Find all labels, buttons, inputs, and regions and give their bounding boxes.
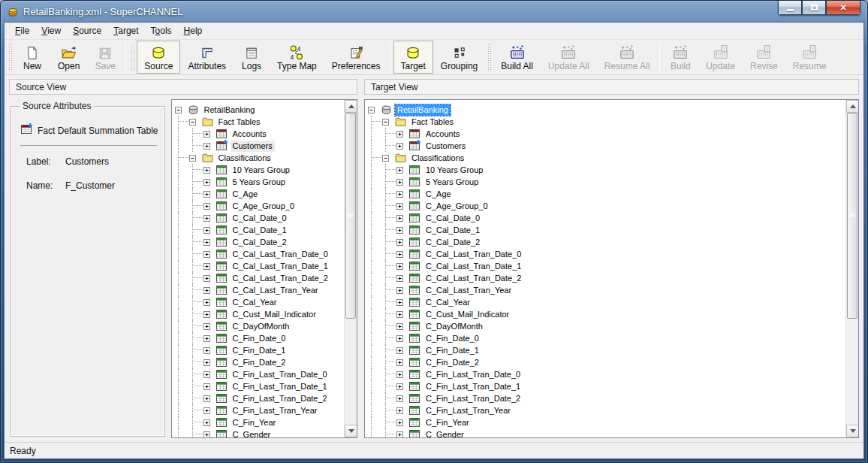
tree-item-label[interactable]: C_Cal_Year — [423, 297, 472, 308]
tree-item-label[interactable]: C_Cal_Last_Tran_Date_2 — [231, 273, 330, 284]
menu-item-help[interactable]: Help — [178, 23, 209, 38]
expander-plus-icon[interactable] — [203, 395, 215, 402]
tree-item-label[interactable]: C_Fin_Date_2 — [231, 357, 288, 368]
tree-item-c-cal-date-0[interactable]: C_Cal_Date_0 — [175, 212, 344, 224]
expander-plus-icon[interactable] — [203, 131, 215, 138]
close-button[interactable]: ✕ — [826, 1, 860, 15]
tree-item-c-cal-last-tran-year[interactable]: C_Cal_Last_Tran_Year — [175, 284, 344, 296]
tree-item-c-gender[interactable]: C_Gender — [368, 428, 845, 437]
tree-item-c-fin-year[interactable]: C_Fin_Year — [368, 416, 845, 428]
menu-item-file[interactable]: File — [9, 23, 35, 38]
tree-item-c-fin-date-2[interactable]: C_Fin_Date_2 — [368, 356, 845, 368]
expander-plus-icon[interactable] — [396, 263, 408, 270]
toolbar-button-build-all[interactable]: Build All — [493, 41, 541, 74]
tree-item-c-fin-date-0[interactable]: C_Fin_Date_0 — [175, 332, 344, 344]
tree-item-label[interactable]: C_Cust_Mail_Indicator — [423, 309, 511, 320]
tree-item-c-fin-last-tran-date-0[interactable]: C_Fin_Last_Tran_Date_0 — [368, 368, 845, 380]
expander-plus-icon[interactable] — [203, 407, 215, 414]
expander-plus-icon[interactable] — [203, 335, 215, 342]
expander-plus-icon[interactable] — [203, 323, 215, 330]
tree-item-label[interactable]: Fact Tables — [409, 117, 456, 128]
tree-item-c-fin-date-2[interactable]: C_Fin_Date_2 — [175, 356, 344, 368]
expander-plus-icon[interactable] — [396, 311, 408, 318]
menu-item-tools[interactable]: Tools — [145, 23, 178, 38]
tree-item-label[interactable]: C_Cal_Last_Tran_Date_2 — [423, 273, 523, 284]
expander-plus-icon[interactable] — [203, 383, 215, 390]
toolbar-button-save[interactable]: Save — [87, 41, 123, 74]
tree-item-label[interactable]: C_Cal_Date_0 — [423, 213, 482, 224]
tree-item-c-fin-last-tran-date-2[interactable]: C_Fin_Last_Tran_Date_2 — [368, 392, 845, 404]
expander-plus-icon[interactable] — [396, 287, 408, 294]
menu-item-view[interactable]: View — [35, 23, 67, 38]
toolbar-button-type-map[interactable]: 44Type Map — [270, 41, 324, 74]
toolbar-button-resume-all[interactable]: Resume All — [597, 41, 658, 74]
expander-minus-icon[interactable] — [368, 107, 380, 113]
target-tree-scrollbar[interactable] — [845, 100, 858, 437]
expander-plus-icon[interactable] — [396, 395, 408, 402]
tree-item-c-cal-last-tran-date-2[interactable]: C_Cal_Last_Tran_Date_2 — [175, 272, 344, 284]
tree-item-label[interactable]: C_Fin_Year — [423, 417, 472, 428]
tree-item-c-fin-last-tran-year[interactable]: C_Fin_Last_Tran_Year — [175, 404, 344, 416]
toolbar-button-source[interactable]: Source — [137, 41, 180, 74]
toolbar-button-logs[interactable]: Logs — [234, 41, 270, 74]
tree-item-c-fin-date-1[interactable]: C_Fin_Date_1 — [175, 344, 344, 356]
tree-item-c-cal-date-0[interactable]: C_Cal_Date_0 — [368, 212, 845, 224]
tree-item-c-cal-year[interactable]: C_Cal_Year — [368, 296, 845, 308]
expander-minus-icon[interactable] — [189, 119, 201, 126]
expander-plus-icon[interactable] — [396, 419, 408, 426]
scrollbar-thumb[interactable] — [345, 113, 356, 319]
toolbar-button-target[interactable]: Target — [393, 41, 433, 74]
tree-item-label[interactable]: C_Cal_Date_1 — [231, 225, 289, 236]
tree-item-label[interactable]: C_Age — [231, 189, 261, 200]
tree-item-label[interactable]: 5 Years Group — [231, 177, 288, 188]
expander-plus-icon[interactable] — [203, 263, 215, 270]
tree-item-c-cal-date-2[interactable]: C_Cal_Date_2 — [368, 236, 845, 248]
tree-item-label[interactable]: C_Gender — [423, 429, 466, 438]
tree-item-c-fin-last-tran-date-0[interactable]: C_Fin_Last_Tran_Date_0 — [175, 368, 344, 380]
tree-item-label[interactable]: C_Fin_Date_1 — [423, 345, 481, 356]
toolbar-button-preferences[interactable]: Preferences — [324, 41, 388, 74]
tree-item-label[interactable]: C_Fin_Last_Tran_Date_1 — [231, 381, 330, 392]
tree-item-5-years-group[interactable]: 5 Years Group — [368, 176, 845, 188]
tree-item-label[interactable]: Accounts — [231, 129, 269, 140]
tree-item-fact-tables[interactable]: Fact Tables — [175, 116, 344, 128]
tree-item-c-cust-mail-indicator[interactable]: C_Cust_Mail_Indicator — [368, 308, 845, 320]
toolbar-drag-handle[interactable] — [487, 43, 491, 71]
tree-item-fact-tables[interactable]: Fact Tables — [368, 116, 845, 128]
expander-plus-icon[interactable] — [203, 251, 215, 258]
expander-plus-icon[interactable] — [396, 131, 408, 138]
scroll-up-arrow-icon[interactable] — [345, 100, 357, 113]
expander-plus-icon[interactable] — [203, 431, 215, 438]
expander-plus-icon[interactable] — [396, 191, 408, 198]
tree-item-label[interactable]: Classifications — [409, 153, 466, 164]
tree-item-label[interactable]: C_Fin_Date_2 — [423, 357, 481, 368]
tree-item-c-age[interactable]: C_Age — [175, 188, 344, 200]
minimize-button[interactable] — [778, 1, 802, 15]
expander-plus-icon[interactable] — [203, 227, 215, 234]
tree-item-c-gender[interactable]: C_Gender — [175, 428, 344, 437]
expander-plus-icon[interactable] — [396, 167, 408, 174]
tree-item-label[interactable]: C_Fin_Last_Tran_Date_0 — [231, 369, 330, 380]
tree-item-label[interactable]: C_Fin_Last_Tran_Date_0 — [423, 369, 523, 380]
tree-item-label[interactable]: Accounts — [423, 129, 462, 140]
tree-item-label[interactable]: 10 Years Group — [231, 165, 292, 176]
expander-plus-icon[interactable] — [203, 239, 215, 246]
tree-item-label[interactable]: RetailBanking — [395, 104, 451, 116]
tree-item-label[interactable]: C_Age_Group_0 — [231, 201, 297, 212]
tree-item-c-dayofmonth[interactable]: C_DayOfMonth — [175, 320, 344, 332]
tree-item-label[interactable]: C_Fin_Last_Tran_Date_1 — [423, 381, 523, 392]
tree-item-label[interactable]: C_Fin_Last_Tran_Year — [231, 405, 320, 416]
menu-item-source[interactable]: Source — [67, 23, 107, 38]
tree-item-c-age-group-0[interactable]: C_Age_Group_0 — [368, 200, 845, 212]
tree-item-c-cal-last-tran-date-1[interactable]: C_Cal_Last_Tran_Date_1 — [368, 260, 845, 272]
tree-item-c-cal-last-tran-year[interactable]: C_Cal_Last_Tran_Year — [368, 284, 845, 296]
tree-item-c-fin-date-0[interactable]: C_Fin_Date_0 — [368, 332, 845, 344]
toolbar-button-update[interactable]: Update — [698, 41, 743, 74]
tree-item-c-age-group-0[interactable]: C_Age_Group_0 — [175, 200, 344, 212]
scroll-down-arrow-icon[interactable] — [345, 425, 357, 437]
toolbar-button-resume[interactable]: Resume — [785, 41, 834, 74]
tree-item-label[interactable]: C_Cal_Last_Tran_Year — [423, 285, 514, 296]
expander-plus-icon[interactable] — [396, 407, 408, 414]
tree-item-label[interactable]: C_Cal_Year — [231, 297, 279, 308]
expander-plus-icon[interactable] — [396, 203, 408, 210]
